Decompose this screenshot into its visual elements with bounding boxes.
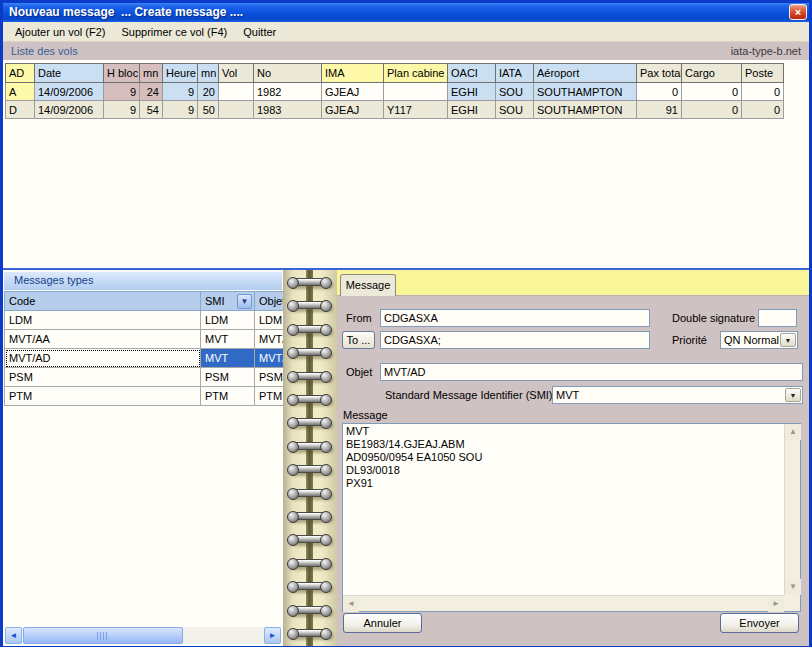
from-input[interactable]: CDGASXA xyxy=(380,309,650,327)
message-type-cell[interactable]: MVT/AD xyxy=(5,349,201,368)
message-type-cell[interactable]: MVT/AA xyxy=(5,330,201,349)
flight-cell[interactable]: 50 xyxy=(198,101,219,119)
message-type-cell[interactable]: PTM xyxy=(201,387,255,406)
flight-cell[interactable]: 20 xyxy=(198,83,219,101)
flight-cell[interactable]: 14/09/2006 xyxy=(35,101,104,119)
menu-item-ajouter[interactable]: Ajouter un vol (F2) xyxy=(7,24,113,40)
spiral-ring xyxy=(288,278,331,286)
flight-cell[interactable]: GJEAJ xyxy=(322,83,384,101)
scroll-left-icon[interactable]: ◄ xyxy=(5,627,22,644)
message-types-hscrollbar[interactable]: ◄ ► xyxy=(5,627,281,644)
flight-cell[interactable]: EGHI xyxy=(448,101,496,119)
tab-strip: Message xyxy=(337,270,809,296)
priority-dropdown[interactable]: QN Normal ▼ xyxy=(720,331,798,349)
message-type-row[interactable]: MVT/AAMVTMVT/AA xyxy=(5,330,284,349)
flight-cell[interactable]: 91 xyxy=(637,101,682,119)
flight-cell[interactable]: 9 xyxy=(104,101,140,119)
spiral-ring xyxy=(288,606,331,614)
flight-cell[interactable] xyxy=(219,83,254,101)
flight-cell[interactable]: 9 xyxy=(163,83,198,101)
to-input[interactable]: CDGASXA; xyxy=(380,331,650,349)
message-hscrollbar[interactable]: ◄ ► xyxy=(343,595,784,611)
spiral-ring xyxy=(288,512,331,520)
message-type-cell[interactable]: MVT/AD xyxy=(255,349,284,368)
close-button[interactable]: × xyxy=(789,4,807,20)
scroll-right-icon[interactable]: ► xyxy=(264,627,281,644)
flight-row[interactable]: A14/09/20069249201982GJEAJEGHISOUSOUTHAM… xyxy=(6,83,784,101)
flight-cell[interactable]: SOU xyxy=(496,83,534,101)
message-type-cell[interactable]: MVT/AA xyxy=(255,330,284,349)
scrollbar-thumb[interactable] xyxy=(23,627,183,644)
message-type-cell[interactable]: LDM xyxy=(201,311,255,330)
scroll-down-icon[interactable]: ▼ xyxy=(785,579,801,595)
flight-column-header: mn xyxy=(140,64,163,83)
message-type-cell[interactable]: PTM xyxy=(5,387,201,406)
message-type-row[interactable]: PSMPSMPSM xyxy=(5,368,284,387)
double-signature-input[interactable] xyxy=(758,309,797,327)
flight-cell[interactable] xyxy=(384,83,448,101)
message-type-cell[interactable]: MVT xyxy=(201,330,255,349)
flight-cell[interactable]: 9 xyxy=(104,83,140,101)
message-type-cell[interactable]: PSM xyxy=(255,368,284,387)
flight-cell[interactable]: A xyxy=(6,83,35,101)
flight-cell[interactable]: 1982 xyxy=(254,83,322,101)
flight-cell[interactable]: SOUTHAMPTON xyxy=(534,83,637,101)
flight-cell[interactable]: 0 xyxy=(682,83,742,101)
cancel-button[interactable]: Annuler xyxy=(343,613,422,633)
message-type-cell[interactable]: LDM xyxy=(5,311,201,330)
chevron-down-icon[interactable]: ▼ xyxy=(785,388,801,402)
flight-cell[interactable]: 9 xyxy=(163,101,198,119)
flight-cell[interactable]: 24 xyxy=(140,83,163,101)
message-vscrollbar[interactable]: ▲ ▼ xyxy=(784,424,800,595)
flight-cell[interactable]: GJEAJ xyxy=(322,101,384,119)
tab-message[interactable]: Message xyxy=(340,274,396,296)
flight-cell[interactable] xyxy=(219,101,254,119)
flight-cell[interactable]: Y117 xyxy=(384,101,448,119)
send-button[interactable]: Envoyer xyxy=(720,613,799,633)
message-type-cell[interactable]: MVT xyxy=(201,349,255,368)
priority-label: Priorité xyxy=(672,334,707,346)
flight-cell[interactable]: 0 xyxy=(637,83,682,101)
flight-table-header: ADDateH blocmnHeuremnVolNoIMAPlan cabine… xyxy=(6,64,784,83)
flight-cell[interactable]: SOU xyxy=(496,101,534,119)
flight-cell[interactable]: SOUTHAMPTON xyxy=(534,101,637,119)
scrollbar-track[interactable] xyxy=(22,627,264,644)
message-type-row[interactable]: MVT/ADMVTMVT/AD xyxy=(5,349,284,368)
message-type-cell[interactable]: LDM xyxy=(255,311,284,330)
flight-column-header: No xyxy=(254,64,322,83)
flight-list-header-bar: Liste des vols iata-type-b.net xyxy=(3,42,809,60)
smi-dropdown[interactable]: MVT ▼ xyxy=(552,386,803,404)
flight-cell[interactable]: 1983 xyxy=(254,101,322,119)
flight-cell[interactable]: 0 xyxy=(742,101,784,119)
scroll-up-icon[interactable]: ▲ xyxy=(785,424,801,440)
menu-item-supprimer[interactable]: Supprimer ce vol (F4) xyxy=(113,24,235,40)
flight-cell[interactable]: D xyxy=(6,101,35,119)
message-label: Message xyxy=(343,409,388,421)
flight-cell[interactable]: 0 xyxy=(742,83,784,101)
to-button[interactable]: To ... xyxy=(342,331,375,349)
site-label: iata-type-b.net xyxy=(731,45,801,57)
menu-item-quitter[interactable]: Quitter xyxy=(235,24,284,40)
message-type-cell[interactable]: PTM xyxy=(255,387,284,406)
message-textarea[interactable]: MVT BE1983/14.GJEAJ.ABM AD0950/0954 EA10… xyxy=(342,423,801,612)
flight-cell[interactable]: 54 xyxy=(140,101,163,119)
message-types-panel: Messages types CodeSMI▼ObjetLDMLDMLDMMVT… xyxy=(3,270,283,646)
scroll-left-icon[interactable]: ◄ xyxy=(343,596,359,612)
message-type-cell[interactable]: PSM xyxy=(5,368,201,387)
flight-cell[interactable]: 0 xyxy=(682,101,742,119)
message-type-cell[interactable]: PSM xyxy=(201,368,255,387)
flight-cell[interactable]: EGHI xyxy=(448,83,496,101)
flight-cell[interactable]: 14/09/2006 xyxy=(35,83,104,101)
spiral-ring xyxy=(288,535,331,543)
message-types-column-header: Code xyxy=(5,292,201,311)
scroll-right-icon[interactable]: ► xyxy=(768,596,784,612)
smi-filter-dropdown-icon[interactable]: ▼ xyxy=(237,294,252,309)
flight-table: ADDateH blocmnHeuremnVolNoIMAPlan cabine… xyxy=(5,63,784,119)
objet-input[interactable]: MVT/AD xyxy=(380,363,803,381)
chevron-down-icon[interactable]: ▼ xyxy=(780,333,796,347)
message-type-row[interactable]: LDMLDMLDM xyxy=(5,311,284,330)
message-type-row[interactable]: PTMPTMPTM xyxy=(5,387,284,406)
flight-column-header: Cargo xyxy=(682,64,742,83)
smi-value: MVT xyxy=(556,389,579,401)
flight-row[interactable]: D14/09/20069549501983GJEAJY117EGHISOUSOU… xyxy=(6,101,784,119)
